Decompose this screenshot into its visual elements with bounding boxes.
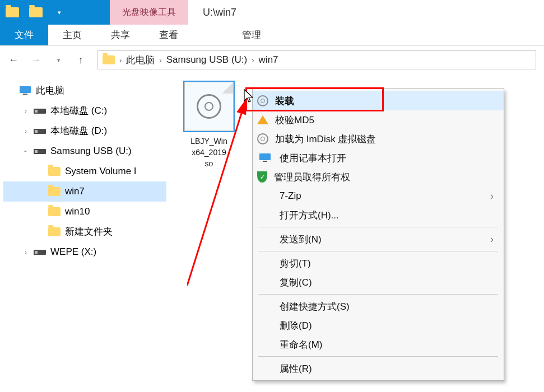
file-name: LBJY_Win x64_2019 so xyxy=(178,136,240,169)
tree-item-win7[interactable]: win7 xyxy=(3,181,166,202)
svg-rect-11 xyxy=(259,153,271,160)
tab-file[interactable]: 文件 xyxy=(0,25,48,45)
breadcrumb-segment[interactable]: win7 xyxy=(259,54,278,66)
tree-item-newfolder[interactable]: 新建文件夹 xyxy=(3,222,166,242)
blank-icon xyxy=(257,300,273,313)
menu-label: 装载 xyxy=(275,95,494,108)
chevron-right-icon: › xyxy=(159,56,161,64)
menu-properties[interactable]: 属性(R) xyxy=(253,359,504,378)
folder-icon xyxy=(48,227,61,236)
menu-delete[interactable]: 删除(D) xyxy=(253,316,504,335)
menu-create-shortcut[interactable]: 创建快捷方式(S) xyxy=(253,297,504,316)
disk-icon xyxy=(34,126,46,136)
tab-home[interactable]: 主页 xyxy=(48,25,96,45)
blank-icon xyxy=(257,362,273,375)
svg-rect-2 xyxy=(22,95,29,95)
tree-label: System Volume I xyxy=(65,164,137,179)
breadcrumb-segment[interactable]: 此电脑 xyxy=(126,54,155,67)
menu-imdisk[interactable]: 加载为 ImDisk 虚拟磁盘 xyxy=(253,129,504,148)
menu-admin-own[interactable]: 管理员取得所有权 xyxy=(253,167,504,186)
folder-icon xyxy=(103,55,115,64)
svg-rect-6 xyxy=(35,130,38,133)
blank-icon xyxy=(257,319,273,332)
tree-item-disk-u[interactable]: › Samsung USB (U:) xyxy=(3,141,166,161)
svg-rect-8 xyxy=(35,150,38,153)
window-title: U:\win7 xyxy=(188,0,251,25)
tree-label: 新建文件夹 xyxy=(65,224,113,240)
menu-separator xyxy=(258,227,498,227)
menu-label: 剪切(T) xyxy=(280,257,494,270)
contextual-tool-tab: 光盘映像工具 xyxy=(110,0,188,25)
submenu-arrow-icon: › xyxy=(490,190,494,202)
blank-icon xyxy=(257,208,273,222)
admin-shield-icon xyxy=(257,171,267,183)
folder-icon[interactable] xyxy=(29,7,43,17)
tab-share[interactable]: 共享 xyxy=(96,25,145,45)
menu-copy[interactable]: 复制(C) xyxy=(253,273,504,292)
forward-button[interactable]: → xyxy=(30,54,41,66)
expand-caret[interactable]: › xyxy=(22,103,29,119)
context-menu: 装载 校验MD5 加载为 ImDisk 虚拟磁盘 使用记事本打开 管理员取得所有… xyxy=(252,88,504,381)
tree-item-sysvol[interactable]: System Volume I xyxy=(3,161,166,181)
tree-label: Samsung USB (U:) xyxy=(50,143,132,159)
dropdown-icon[interactable]: ▾ xyxy=(53,6,66,19)
chevron-right-icon: › xyxy=(119,56,122,64)
menu-label: 校验MD5 xyxy=(275,114,494,127)
tree-item-disk-c[interactable]: › 本地磁盘 (C:) xyxy=(3,101,166,121)
menu-label: 管理员取得所有权 xyxy=(274,171,494,184)
tree-label: win10 xyxy=(65,204,90,220)
menu-cut[interactable]: 剪切(T) xyxy=(253,254,504,273)
disk-icon xyxy=(34,106,46,116)
submenu-arrow-icon: › xyxy=(490,234,494,245)
menu-rename[interactable]: 重命名(M) xyxy=(253,335,504,354)
menu-mount[interactable]: 装载 xyxy=(253,91,504,110)
menu-label: 打开方式(H)... xyxy=(280,209,494,222)
expand-caret[interactable]: › xyxy=(22,123,29,139)
menu-separator xyxy=(258,294,498,295)
menu-label: 创建快捷方式(S) xyxy=(280,300,494,313)
tree-item-win10[interactable]: win10 xyxy=(3,202,166,222)
tree-item-disk-x[interactable]: › WEPE (X:) xyxy=(3,242,166,262)
warning-shield-icon xyxy=(257,115,268,124)
expand-caret[interactable]: › xyxy=(18,148,34,155)
tree-root-this-pc[interactable]: 此电脑 xyxy=(3,81,166,101)
menu-7zip[interactable]: 7-Zip › xyxy=(253,186,504,206)
tree-item-disk-d[interactable]: › 本地磁盘 (D:) xyxy=(3,121,166,141)
menu-label: 重命名(M) xyxy=(280,338,494,351)
blank-icon xyxy=(257,232,273,246)
svg-rect-10 xyxy=(35,251,38,254)
breadcrumb-bar[interactable]: › 此电脑 › Samsung USB (U:) › win7 xyxy=(97,50,536,69)
tree-label: 此电脑 xyxy=(36,83,64,99)
tab-manage[interactable]: 管理 xyxy=(227,25,276,45)
menu-open-with[interactable]: 打开方式(H)... xyxy=(253,206,504,225)
monitor-icon xyxy=(257,151,273,165)
svg-rect-0 xyxy=(20,86,31,93)
disc-icon xyxy=(257,133,268,144)
menu-send-to[interactable]: 发送到(N) › xyxy=(253,230,504,249)
blank-icon xyxy=(257,189,273,203)
history-dropdown[interactable]: ▾ xyxy=(53,54,64,66)
menu-notepad[interactable]: 使用记事本打开 xyxy=(253,148,504,167)
file-iso[interactable]: LBJY_Win x64_2019 so xyxy=(178,82,240,169)
back-button[interactable]: ← xyxy=(8,54,19,66)
navigation-tree: 此电脑 › 本地磁盘 (C:) › 本地磁盘 (D:) › Samsung US… xyxy=(0,74,170,392)
tree-label: WEPE (X:) xyxy=(50,244,96,260)
tree-label: 本地磁盘 (D:) xyxy=(50,123,107,139)
tab-view[interactable]: 查看 xyxy=(145,25,193,45)
menu-label: 复制(C) xyxy=(280,276,494,289)
up-button[interactable]: ↑ xyxy=(75,54,86,66)
quick-access-toolbar: ▾ xyxy=(0,0,110,25)
title-bar: ▾ 光盘映像工具 U:\win7 xyxy=(0,0,544,25)
folder-icon[interactable] xyxy=(6,7,19,17)
breadcrumb-segment[interactable]: Samsung USB (U:) xyxy=(166,54,248,66)
svg-rect-1 xyxy=(23,94,27,95)
expand-caret[interactable]: › xyxy=(22,244,29,260)
disc-icon xyxy=(257,95,268,106)
menu-md5[interactable]: 校验MD5 xyxy=(253,110,504,129)
folder-icon xyxy=(48,187,61,196)
svg-rect-12 xyxy=(263,161,267,162)
menu-label: 加载为 ImDisk 虚拟磁盘 xyxy=(275,133,494,146)
disk-icon xyxy=(34,146,46,156)
blank-icon xyxy=(257,338,273,351)
computer-icon xyxy=(19,86,31,96)
